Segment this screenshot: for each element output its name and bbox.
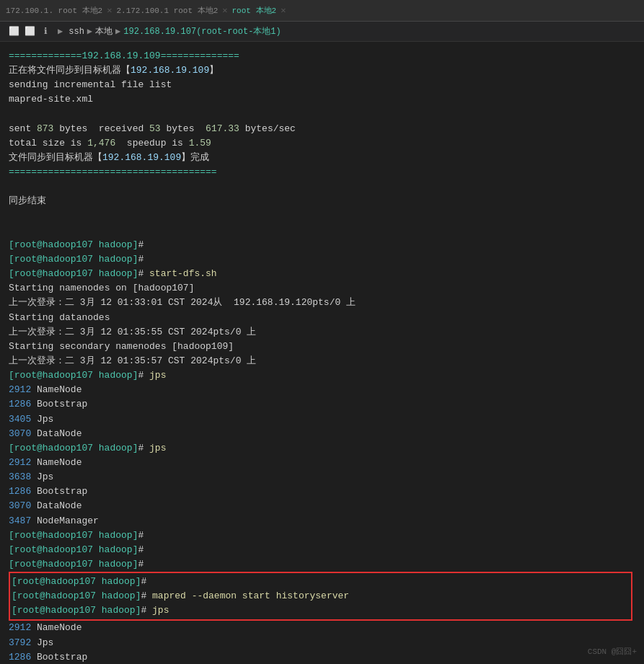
- line-pid-bootstrap2: 1286 Bootstrap: [9, 484, 635, 499]
- line-pid-jps3: 3792 Jps: [9, 636, 635, 650]
- line-separator1: =============192.168.19.109=============…: [9, 49, 635, 63]
- breadcrumb-ssh: ssh: [69, 27, 84, 37]
- breadcrumb: ⬜ ⬜ ℹ ▶ ssh ▶ 本地 ▶ 192.168.19.107(root-r…: [0, 22, 644, 42]
- line-prompt4: [root@hadoop107 hadoop]#: [9, 543, 635, 557]
- line-prompt2: [root@hadoop107 hadoop]#: [9, 252, 635, 267]
- line-login2: 上一次登录：二 3月 12 01:35:55 CST 2024pts/0 上: [9, 325, 635, 340]
- line-mapred-site: mapred-site.xml: [9, 92, 635, 107]
- line-separator2: =====================================: [9, 165, 635, 180]
- line-prompt1: [root@hadoop107 hadoop]#: [9, 238, 635, 252]
- line-prompt5: [root@hadoop107 hadoop]#: [9, 557, 635, 572]
- line-starting-secondary: Starting secondary namenodes [hadoop109]: [9, 340, 635, 354]
- line-pid-nodemanager1: 3487 NodeManager: [9, 514, 635, 528]
- line-sync-start: 正在将文件同步到目标机器【192.168.19.109】: [9, 63, 635, 78]
- line-jps3: [root@hadoop107 hadoop]# jps: [12, 603, 630, 618]
- line-empty4: [9, 223, 635, 238]
- line-pid-datanode2: 3070 DataNode: [9, 499, 635, 513]
- info-icon[interactable]: ℹ: [39, 25, 52, 38]
- copy-icon[interactable]: ⬜: [7, 25, 20, 38]
- line-sync-end: 同步结束: [9, 194, 635, 208]
- line-jps2: [root@hadoop107 hadoop]# jps: [9, 441, 635, 456]
- line-starting-namenodes: Starting namenodes on [hadoop107]: [9, 281, 635, 296]
- line-pid-namenode2: 2912 NameNode: [9, 456, 635, 470]
- line-pid-jps2: 3638 Jps: [9, 470, 635, 484]
- line-mapred-historyserver: [root@hadoop107 hadoop]# mapred --daemon…: [12, 589, 630, 603]
- line-pid-jps1: 3405 Jps: [9, 412, 635, 427]
- line-prompt3: [root@hadoop107 hadoop]#: [9, 528, 635, 543]
- line-start-dfs: [root@hadoop107 hadoop]# start-dfs.sh: [9, 267, 635, 281]
- line-sync-done: 文件同步到目标机器【192.168.19.109】完成: [9, 151, 635, 165]
- line-pid-bootstrap1: 1286 Bootstrap: [9, 397, 635, 412]
- line-total-size: total size is 1,476 speedup is 1.59: [9, 136, 635, 151]
- line-pid-datanode1: 3070 DataNode: [9, 427, 635, 441]
- breadcrumb-local: 本地: [95, 25, 113, 37]
- line-empty2: [9, 180, 635, 194]
- line-empty3: [9, 209, 635, 223]
- line-pid-namenode3: 2912 NameNode: [9, 621, 635, 635]
- line-pid-namenode1: 2912 NameNode: [9, 383, 635, 397]
- breadcrumb-host: 192.168.19.107(root-root-本地1): [123, 25, 281, 37]
- line-prompt6: [root@hadoop107 hadoop]#: [12, 575, 630, 589]
- copy2-icon[interactable]: ⬜: [23, 25, 36, 38]
- line-jps1: [root@hadoop107 hadoop]# jps: [9, 368, 635, 383]
- red-box-section: [root@hadoop107 hadoop]# [root@hadoop107…: [9, 572, 632, 621]
- line-empty1: [9, 107, 635, 122]
- line-login3: 上一次登录：二 3月 12 01:35:57 CST 2024pts/0 上: [9, 354, 635, 368]
- line-login1: 上一次登录：二 3月 12 01:33:01 CST 2024从 192.168…: [9, 296, 635, 310]
- line-sent-bytes: sent 873 bytes received 53 bytes 617.33 …: [9, 122, 635, 136]
- line-sending: sending incremental file list: [9, 78, 635, 92]
- tab-2[interactable]: 2.172.100.1 root 本地2: [116, 5, 218, 16]
- tab-1[interactable]: 172.100.1. root 本地2: [6, 5, 102, 16]
- line-pid-bootstrap3: 1286 Bootstrap: [9, 650, 635, 664]
- tab-bar[interactable]: 172.100.1. root 本地2 ✕ 2.172.100.1 root 本…: [0, 0, 644, 22]
- watermark: CSDN @囧囧+: [588, 646, 637, 657]
- tab-3[interactable]: root 本地2: [232, 5, 277, 16]
- line-starting-datanodes: Starting datanodes: [9, 311, 635, 325]
- terminal-output: =============192.168.19.109=============…: [0, 42, 644, 664]
